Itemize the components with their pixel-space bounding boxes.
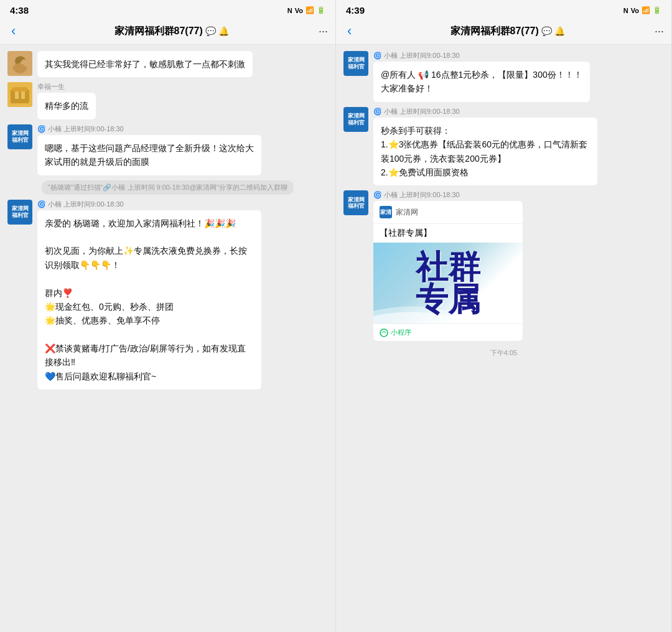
mini-program-icon: [380, 328, 388, 337]
group-chat-icon-right: 💬: [541, 26, 552, 36]
sender-name-p2-2: 🌀 小楠 上班时间9:00-18:30: [373, 107, 597, 116]
svg-rect-3: [12, 87, 27, 92]
msg-row-5: 家清网福利官 🌀 小楠 上班时间9:00-18:30 亲爱的 杨璐璐，欢迎加入家…: [7, 200, 328, 390]
status-bar-right: 4:39 N Vo 📶 🔋: [336, 0, 671, 18]
bell-icon-left: 🔔: [218, 26, 229, 36]
svg-rect-4: [15, 91, 19, 99]
mini-program-label: 小程序: [391, 328, 411, 337]
chat-body-left[interactable]: 其实我觉得已经非常好了，敏感肌敷了一点都不刺激 幸福一生 精华多的流: [0, 45, 335, 632]
mini-card-header: 家清 家清网: [373, 201, 523, 224]
nav-title-left: 家清网福利群87(77) 💬 🔔: [24, 25, 319, 38]
bell-icon-right: 🔔: [554, 26, 565, 36]
msg-content-1: 其实我觉得已经非常好了，敏感肌敷了一点都不刺激: [37, 51, 253, 77]
msg-row-2: 幸福一生 精华多的流: [7, 82, 328, 119]
msg-content-5: 🌀 小楠 上班时间9:00-18:30 亲爱的 杨璐璐，欢迎加入家清网福利社！🎉…: [37, 200, 261, 390]
bubble-p2-1: @所有人 📢 16点整1元秒杀，【限量】300份！！！大家准备好！: [373, 62, 590, 102]
mini-card-name: 家清网: [396, 207, 418, 218]
msg-content-p2-3: 🌀 小楠 上班时间9:00-18:30 家清 家清网 【社群专属】: [373, 190, 523, 341]
sender-name-p2-3: 🌀 小楠 上班时间9:00-18:30: [373, 190, 523, 200]
back-button-right[interactable]: ‹: [343, 22, 355, 40]
mini-card-image: 社群 专属: [373, 243, 523, 323]
avatar-official-1: 家清网福利官: [7, 124, 32, 149]
bubble-2: 精华多的流: [37, 93, 96, 119]
status-icons-left: N Vo 📶 🔋: [287, 6, 325, 14]
msg-row-3: 家清网福利官 🌀 小楠 上班时间9:00-18:30 嗯嗯，基于这些问题产品经理…: [7, 124, 328, 175]
status-bar-left: 4:38 N Vo 📶 🔋: [0, 0, 335, 18]
more-button-left[interactable]: ···: [319, 25, 328, 38]
avatar-user2: [7, 82, 32, 107]
msg-row-p2-2: 家清网福利官 🌀 小楠 上班时间9:00-18:30 秒杀到手可获得： 1.⭐3…: [343, 107, 664, 186]
nav-title-right: 家清网福利群87(77) 💬 🔔: [360, 25, 655, 38]
bubble-p2-2: 秒杀到手可获得： 1.⭐3张优惠券【纸品套装60元的优惠券，口气清新套装100元…: [373, 118, 597, 186]
back-button-left[interactable]: ‹: [7, 22, 19, 40]
sender-name-3: 🌀 小楠 上班时间9:00-18:30: [37, 124, 261, 134]
sender-name-5: 🌀 小楠 上班时间9:00-18:30: [37, 200, 261, 209]
avatar-official-r2: 家清网福利官: [343, 107, 368, 132]
right-panel: 4:39 N Vo 📶 🔋 ‹ 家清网福利群87(77) 💬 🔔 ··· 家清网…: [336, 0, 672, 632]
chat-body-right[interactable]: 家清网福利官 🌀 小楠 上班时间9:00-18:30 @所有人 📢 16点整1元…: [336, 45, 671, 632]
svg-point-6: [380, 329, 388, 337]
more-button-right[interactable]: ···: [655, 25, 664, 38]
svg-rect-5: [21, 91, 25, 99]
avatar-user1: [7, 51, 32, 76]
mini-program-card[interactable]: 家清 家清网 【社群专属】 社群 专属: [373, 201, 523, 341]
status-icons-right: N Vo 📶 🔋: [623, 6, 661, 14]
avatar-official-2: 家清网福利官: [7, 200, 32, 225]
msg-row-1: 其实我觉得已经非常好了，敏感肌敷了一点都不刺激: [7, 51, 328, 77]
bubble-1: 其实我觉得已经非常好了，敏感肌敷了一点都不刺激: [37, 51, 253, 77]
nav-actions-left: ···: [319, 25, 328, 38]
time-right: 4:39: [346, 5, 365, 16]
msg-content-p2-2: 🌀 小楠 上班时间9:00-18:30 秒杀到手可获得： 1.⭐3张优惠券【纸品…: [373, 107, 597, 186]
mini-card-logo: 家清: [380, 206, 392, 218]
msg-content-2: 幸福一生 精华多的流: [37, 82, 96, 119]
shequn-line2: 专属: [416, 283, 480, 315]
msg-row-p2-1: 家清网福利官 🌀 小楠 上班时间9:00-18:30 @所有人 📢 16点整1元…: [343, 51, 664, 102]
nav-actions-right: ···: [655, 25, 664, 38]
nav-bar-left: ‹ 家清网福利群87(77) 💬 🔔 ···: [0, 18, 335, 45]
msg-content-3: 🌀 小楠 上班时间9:00-18:30 嗯嗯，基于这些问题产品经理做了全新升级！…: [37, 124, 261, 175]
sender-name-2: 幸福一生: [37, 82, 96, 91]
sender-name-p2-1: 🌀 小楠 上班时间9:00-18:30: [373, 51, 590, 60]
mini-card-footer: 小程序: [373, 323, 523, 341]
msg-content-p2-1: 🌀 小楠 上班时间9:00-18:30 @所有人 📢 16点整1元秒杀，【限量】…: [373, 51, 590, 102]
group-chat-icon: 💬: [205, 26, 216, 36]
time-left: 4:38: [10, 5, 29, 16]
timestamp-p2: 下午4:05: [490, 348, 517, 358]
system-msg-1: "杨璐璐"通过扫描"🔗小楠 上班时间 9:00-18:30@家清网"分享的二维码…: [42, 180, 294, 195]
bubble-5: 亲爱的 杨璐璐，欢迎加入家清网福利社！🎉🎉🎉 初次见面，为你献上✨专属洗衣液免费…: [37, 210, 261, 390]
bubble-3: 嗯嗯，基于这些问题产品经理做了全新升级！这次给大家试用的就是升级后的面膜: [37, 135, 261, 175]
msg-row-p2-3: 家清网福利官 🌀 小楠 上班时间9:00-18:30 家清 家清网 【社群专属】: [343, 190, 664, 341]
mini-card-title: 【社群专属】: [373, 224, 523, 243]
nav-bar-right: ‹ 家清网福利群87(77) 💬 🔔 ···: [336, 18, 671, 45]
avatar-official-r3: 家清网福利官: [343, 190, 368, 215]
left-panel: 4:38 N Vo 📶 🔋 ‹ 家清网福利群87(77) 💬 🔔 ···: [0, 0, 336, 632]
shequn-line1: 社群: [416, 251, 480, 283]
avatar-official-r1: 家清网福利官: [343, 51, 368, 76]
